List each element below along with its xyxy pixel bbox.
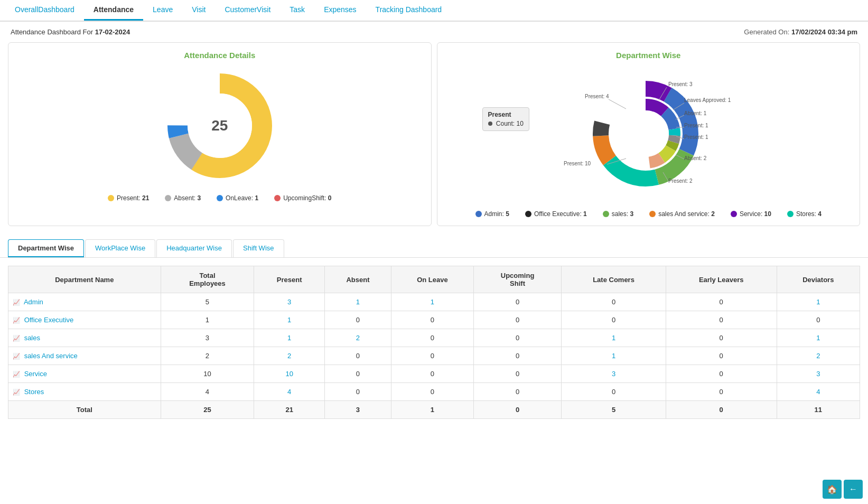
cell-value[interactable]: 2 — [324, 329, 391, 347]
cell-value[interactable]: 4 — [254, 383, 325, 401]
legend-sales-label: sales: 3 — [612, 210, 633, 218]
dept-link[interactable]: sales — [24, 334, 40, 342]
cell-value: 0 — [473, 329, 561, 347]
trend-icon: 📈 — [13, 335, 20, 341]
svg-text:Present: 2: Present: 2 — [668, 178, 693, 184]
tab-expenses[interactable]: Expenses — [314, 0, 366, 21]
cell-value[interactable]: 1 — [562, 329, 666, 347]
cell-value[interactable]: 10 — [254, 365, 325, 383]
svg-text:10: 10 — [240, 113, 247, 119]
svg-text:Present: 3: Present: 3 — [668, 81, 693, 87]
legend-service: Service: 10 — [731, 210, 771, 218]
svg-text:Present: 1: Present: 1 — [684, 123, 708, 128]
total-label: Total — [8, 401, 161, 419]
legend-onleave: OnLeave: 1 — [217, 194, 258, 202]
legend-stores-dot — [787, 211, 794, 217]
cell-value[interactable]: 3 — [254, 293, 325, 311]
svg-text:Present: 10: Present: 10 — [564, 161, 591, 166]
cell-value: 0 — [562, 311, 666, 329]
trend-icon: 📈 — [13, 299, 20, 305]
col-upcoming-shift: UpcomingShift — [473, 266, 561, 293]
department-table: Department Name TotalEmployees Present A… — [8, 266, 860, 419]
cell-value[interactable]: 1 — [254, 311, 325, 329]
cell-value: 0 — [473, 365, 561, 383]
cell-value: 0 — [324, 383, 391, 401]
legend-stores: Stores: 4 — [787, 210, 822, 218]
tooltip-dot — [488, 122, 492, 126]
total-absent: 3 — [324, 401, 391, 419]
tab-attendance[interactable]: Attendance — [84, 0, 143, 21]
cell-value: 0 — [391, 311, 474, 329]
dept-link[interactable]: sales And service — [24, 352, 78, 360]
cell-value[interactable]: 3 — [777, 365, 860, 383]
col-total-employees: TotalEmployees — [161, 266, 254, 293]
dept-legend: Admin: 5 Office Executive: 1 sales: 3 sa… — [445, 210, 852, 218]
dept-chart-card: Department Wise — [437, 42, 861, 226]
total-employees: 25 — [161, 401, 254, 419]
dept-link[interactable]: Service — [24, 370, 47, 378]
col-deviators: Deviators — [777, 266, 860, 293]
attendance-date-label: Attendance Dashboard For 17-02-2024 — [11, 28, 130, 36]
cell-value[interactable]: 1 — [562, 347, 666, 365]
cell-value[interactable]: 1 — [391, 293, 474, 311]
svg-text:Leaves Approved: 1: Leaves Approved: 1 — [684, 97, 731, 103]
table-row: 📈 Admin 53110001 — [8, 293, 860, 311]
cell-value: 1 — [161, 311, 254, 329]
cell-value[interactable]: 1 — [324, 293, 391, 311]
tab-customer-visit[interactable]: CustomerVisit — [215, 0, 280, 21]
cell-value[interactable]: 2 — [254, 347, 325, 365]
svg-point-20 — [622, 110, 669, 157]
col-late-comers: Late Comers — [562, 266, 666, 293]
legend-office-exec: Office Executive: 1 — [525, 210, 587, 218]
table-row: 📈 sales 31200101 — [8, 329, 860, 347]
cell-value[interactable]: 4 — [777, 383, 860, 401]
page-header: Attendance Dashboard For 17-02-2024 Gene… — [0, 22, 868, 42]
main-tabs: OverallDashboard Attendance Leave Visit … — [0, 0, 868, 22]
tab-visit[interactable]: Visit — [182, 0, 215, 21]
cell-value[interactable]: 3 — [562, 365, 666, 383]
dept-chart-title: Department Wise — [445, 51, 852, 60]
legend-upcomingshift-dot — [274, 195, 281, 201]
total-early: 0 — [666, 401, 777, 419]
sub-tab-workplace-wise[interactable]: WorkPlace Wise — [85, 239, 155, 257]
sub-tab-shift-wise[interactable]: Shift Wise — [233, 239, 284, 257]
table-total-row: Total 25 21 3 1 0 5 0 11 — [8, 401, 860, 419]
legend-onleave-label: OnLeave: 1 — [226, 194, 258, 202]
legend-sales: sales: 3 — [603, 210, 633, 218]
table-row: 📈 Office Executive 11000000 — [8, 311, 860, 329]
cell-value: 0 — [324, 365, 391, 383]
cell-value: 0 — [473, 347, 561, 365]
svg-text:Absent: 2: Absent: 2 — [684, 155, 707, 161]
sub-tabs: Department Wise WorkPlace Wise Headquart… — [0, 234, 868, 258]
legend-absent: Absent: 3 — [165, 194, 201, 202]
tab-leave[interactable]: Leave — [143, 0, 182, 21]
cell-dept-name: 📈 Office Executive — [8, 311, 161, 329]
tab-task[interactable]: Task — [280, 0, 314, 21]
sub-tab-department-wise[interactable]: Department Wise — [8, 239, 84, 257]
dept-link[interactable]: Office Executive — [24, 316, 74, 324]
tab-tracking-dashboard[interactable]: Tracking Dashboard — [366, 0, 452, 21]
total-onleave: 1 — [391, 401, 474, 419]
svg-line-22 — [609, 99, 626, 109]
cell-value[interactable]: 2 — [777, 347, 860, 365]
svg-text:Present: 1: Present: 1 — [684, 134, 708, 140]
tab-overall-dashboard[interactable]: OverallDashboard — [5, 0, 84, 21]
trend-icon: 📈 — [13, 371, 20, 377]
table-row: 📈 sales And service 22000102 — [8, 347, 860, 365]
cell-value[interactable]: 1 — [777, 329, 860, 347]
dept-link[interactable]: Stores — [24, 388, 44, 396]
legend-service-dot — [731, 211, 737, 217]
dept-link[interactable]: Admin — [24, 298, 43, 306]
cell-value: 0 — [666, 329, 777, 347]
cell-value[interactable]: 1 — [254, 329, 325, 347]
cell-value[interactable]: 1 — [777, 293, 860, 311]
cell-value: 0 — [562, 383, 666, 401]
legend-sales-dot — [603, 211, 609, 217]
legend-upcomingshift: UpcomingShift: 0 — [274, 194, 331, 202]
charts-row: Attendance Details 10 3 21 25 P — [0, 42, 868, 234]
attendance-chart-card: Attendance Details 10 3 21 25 P — [8, 42, 432, 226]
total-upcoming: 0 — [473, 401, 561, 419]
sub-tab-headquarter-wise[interactable]: Headquarter Wise — [156, 239, 232, 257]
col-dept-name: Department Name — [8, 266, 161, 293]
svg-text:Absent: 1: Absent: 1 — [684, 110, 707, 116]
